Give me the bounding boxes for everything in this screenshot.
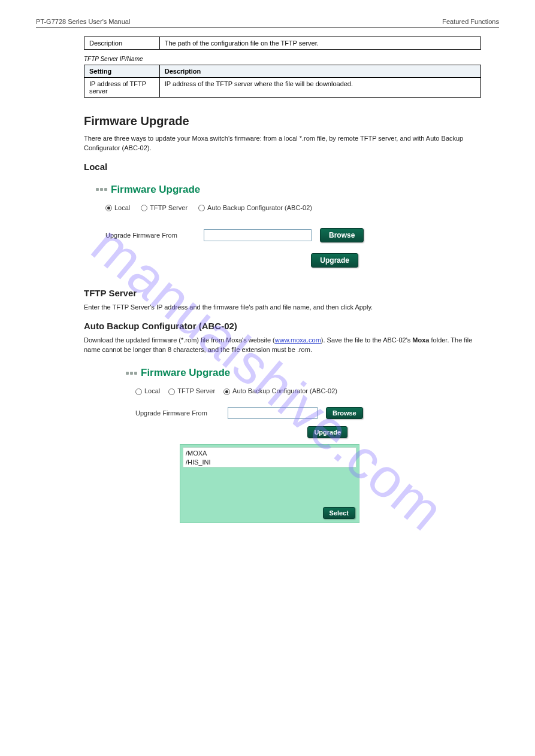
radio-label: Auto Backup Configurator (ABC-02) [232,387,337,394]
radio-group-source: Local TFTP Server Auto Backup Configurat… [135,387,371,395]
radio-local[interactable]: Local [105,204,130,212]
panel-title-icon [96,188,107,191]
upgrade-from-row: Upgrade Firmware From Browse [135,407,371,419]
radio-label: Auto Backup Configurator (ABC-02) [207,204,312,211]
header-left: PT-G7728 Series User's Manual [36,18,130,25]
content-indent-2: TFTP Server Enter the TFTP Server's IP a… [84,288,481,355]
header-rule [36,28,499,28]
radio-icon [168,388,175,395]
file-list[interactable]: /MOXA /HIS_INI [183,447,356,467]
panel-title-text: Firmware Upgrade [141,367,230,379]
radio-label: TFTP Server [177,387,215,394]
cell-label: Description [84,37,160,50]
upgrade-from-row: Upgrade Firmware From Browse [105,228,365,242]
page-container: PT-G7728 Series User's Manual Featured F… [0,0,535,555]
config-file-path-table: Description The path of the configuratio… [84,37,481,50]
radio-tftp[interactable]: TFTP Server [141,204,188,212]
radio-local[interactable]: Local [135,387,160,395]
radio-label: TFTP Server [150,204,188,211]
subsection-local: Local [84,162,481,172]
radio-group-source: Local TFTP Server Auto Backup Configurat… [105,204,365,212]
radio-icon [198,205,205,211]
radio-icon [105,205,112,211]
subsection-tftp: TFTP Server [84,288,481,298]
radio-icon [135,388,142,395]
panel-title: Firmware Upgrade [126,367,371,379]
table-row: IP address of TFTP server IP address of … [84,78,481,98]
table-row: Description The path of the configuratio… [84,37,481,50]
abc-folder-name: Moxa [412,336,431,344]
browse-button[interactable]: Browse [320,228,364,242]
subsection-abc: Auto Backup Configurator (ABC-02) [84,321,481,331]
select-button[interactable]: Select [323,507,355,519]
cell-header: Description [159,65,480,78]
tftp-body: Enter the TFTP Server's IP address and t… [84,303,481,312]
abc-body: Download the updated firmware (*.rom) fi… [84,336,481,355]
file-box-spacer [183,467,356,505]
abc-text-pre: Download the updated firmware (*.rom) fi… [84,336,275,344]
firmware-upgrade-panel-abc: Firmware Upgrade Local TFTP Server Auto … [120,363,377,529]
header-right: Featured Functions [442,18,499,25]
panel-title-text: Firmware Upgrade [111,184,200,196]
list-item[interactable]: /MOXA [186,449,353,458]
abc-text-post: ). Save the file to the ABC-02's [321,336,413,344]
radio-tftp[interactable]: TFTP Server [168,387,215,395]
upgrade-button[interactable]: Upgrade [311,253,358,268]
radio-abc[interactable]: Auto Backup Configurator (ABC-02) [198,204,312,212]
intro-text: There are three ways to update your Moxa… [84,134,481,153]
section-heading-firmware-upgrade: Firmware Upgrade [84,114,481,128]
tftp-server-table: Setting Description IP address of TFTP s… [84,65,481,98]
list-item[interactable]: /HIS_INI [186,458,353,467]
firmware-upgrade-panel-local: Firmware Upgrade Local TFTP Server Auto … [90,180,371,280]
content-indent: Description The path of the configuratio… [84,37,481,172]
page-header: PT-G7728 Series User's Manual Featured F… [36,18,499,25]
radio-abc[interactable]: Auto Backup Configurator (ABC-02) [223,387,337,395]
radio-icon [141,205,147,211]
radio-icon [223,388,230,395]
panel-title: Firmware Upgrade [96,184,365,196]
panel-title-icon [126,372,137,375]
upgrade-from-input[interactable] [228,407,318,419]
cell-value: IP address of the TFTP server where the … [159,78,480,98]
cell-header: Setting [84,65,160,78]
table-row: Setting Description [84,65,481,78]
cell-value: The path of the configuration file on th… [159,37,480,50]
file-browser-box: /MOXA /HIS_INI Select [180,444,359,523]
upgrade-from-label: Upgrade Firmware From [105,232,195,239]
tftp-table-title: TFTP Server IP/Name [84,56,481,62]
cell-label: IP address of TFTP server [84,78,160,98]
upgrade-from-label: Upgrade Firmware From [135,409,219,417]
upgrade-from-input[interactable] [204,229,312,241]
radio-label: Local [114,204,130,211]
browse-button[interactable]: Browse [326,407,363,419]
upgrade-button[interactable]: Upgrade [307,426,347,438]
moxa-link[interactable]: www.moxa.com [275,336,321,344]
radio-label: Local [144,387,160,394]
